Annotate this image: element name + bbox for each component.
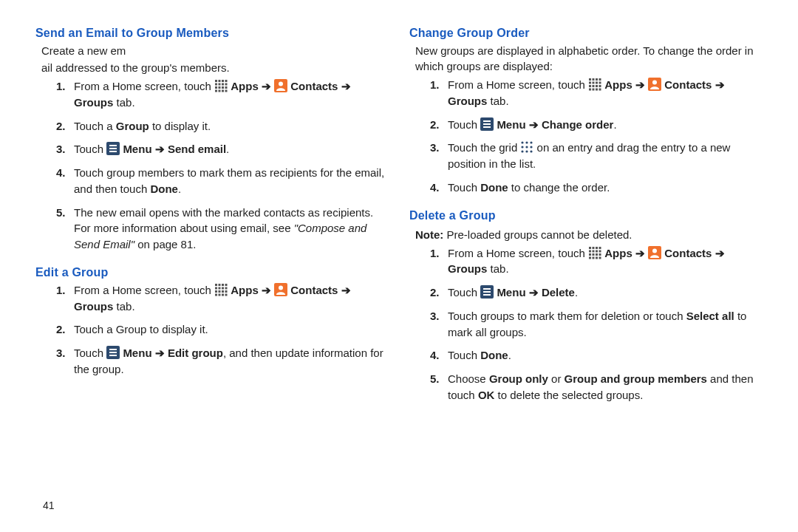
manual-page: Send an Email to Group Members Create a … — [0, 0, 798, 426]
apps-icon — [214, 79, 228, 92]
step-item: Choose Group only or Group and group mem… — [430, 371, 763, 403]
intro-text: Create a new em — [35, 43, 389, 58]
menu-icon — [106, 142, 120, 155]
grid-icon — [520, 140, 533, 154]
menu-icon — [480, 117, 494, 131]
step-item: The new email opens with the marked cont… — [56, 205, 389, 253]
steps-send-email: From a Home screen, touch Apps ➔ Contact… — [35, 78, 389, 253]
page-number: 41 — [43, 499, 55, 511]
step-item: Touch Menu ➔ Send email. — [56, 141, 389, 157]
contacts-icon — [274, 283, 287, 296]
contacts-icon — [648, 246, 661, 259]
note-text: Note: Pre-loaded groups cannot be delete… — [415, 227, 763, 242]
steps-delete-group: From a Home screen, touch Apps ➔ Contact… — [409, 245, 763, 403]
step-item: Touch Menu ➔ Edit group, and then update… — [56, 345, 389, 378]
step-item: Touch a Group to display it. — [56, 118, 389, 134]
step-item: Touch Menu ➔ Delete. — [430, 284, 763, 301]
step-item: Touch Done. — [430, 347, 763, 364]
step-item: Touch Menu ➔ Change order. — [430, 117, 763, 133]
step-item: Touch Done to change the order. — [430, 180, 763, 196]
intro-text: ail addressed to the group's members. — [35, 60, 389, 75]
apps-icon — [214, 283, 228, 296]
heading-edit-group: Edit a Group — [35, 266, 389, 279]
step-item: Touch groups to mark them for deletion o… — [430, 308, 763, 341]
menu-icon — [480, 285, 494, 299]
heading-delete-group: Delete a Group — [409, 209, 763, 222]
step-item: Touch group members to mark them as reci… — [56, 165, 389, 197]
steps-change-order: From a Home screen, touch Apps ➔ Contact… — [409, 77, 763, 196]
step-item: Touch the grid on an entry and drag the … — [430, 140, 763, 172]
step-item: From a Home screen, touch Apps ➔ Contact… — [430, 245, 763, 278]
intro-text: New groups are displayed in alphabetic o… — [409, 43, 763, 74]
left-column: Send an Email to Group Members Create a … — [35, 27, 389, 411]
heading-send-email: Send an Email to Group Members — [35, 27, 389, 40]
step-item: From a Home screen, touch Apps ➔ Contact… — [430, 77, 763, 109]
contacts-icon — [648, 78, 661, 91]
right-column: Change Group Order New groups are displa… — [409, 27, 763, 411]
heading-change-order: Change Group Order — [409, 27, 763, 40]
menu-icon — [106, 346, 120, 359]
apps-icon — [588, 78, 601, 91]
contacts-icon — [274, 79, 287, 92]
steps-edit-group: From a Home screen, touch Apps ➔ Contact… — [35, 282, 389, 378]
step-item: From a Home screen, touch Apps ➔ Contact… — [56, 78, 389, 111]
step-item: Touch a Group to display it. — [56, 321, 389, 338]
apps-icon — [588, 246, 601, 259]
step-item: From a Home screen, touch Apps ➔ Contact… — [56, 282, 389, 315]
